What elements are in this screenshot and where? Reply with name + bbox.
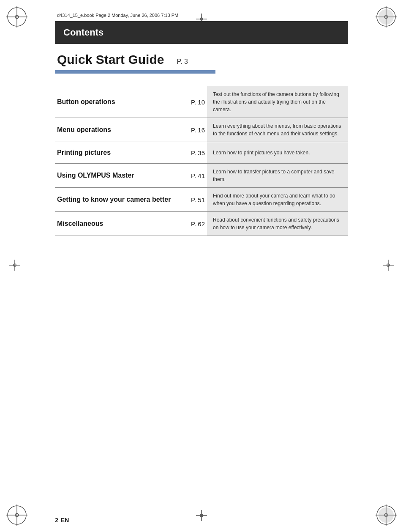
toc-row-printing-pictures: Printing pictures P. 35 Learn how to pri… [55, 142, 348, 164]
toc-title-3: Using OLYMPUS Master [57, 172, 180, 179]
corner-mark-tl [4, 4, 30, 30]
page-num-value: 2 [55, 517, 58, 524]
toc-row-button-operations: Button operations P. 10 Test out the fun… [55, 86, 348, 118]
toc-page-2: P. 35 [184, 149, 205, 156]
toc-desc-5: Read about convenient functions and safe… [207, 212, 348, 236]
file-info: d4314_15_e.book Page 2 Monday, June 26, … [55, 13, 348, 18]
toc-row-menu-operations: Menu operations P. 16 Learn everything a… [55, 118, 348, 142]
toc-row-getting-to-know: Getting to know your camera better P. 51… [55, 188, 348, 212]
toc-desc-2: Learn how to print pictures you have tak… [207, 142, 348, 163]
toc-row-miscellaneous: Miscellaneous P. 62 Read about convenien… [55, 212, 348, 236]
svg-point-17 [378, 507, 394, 523]
toc-title-0: Button operations [57, 98, 180, 106]
contents-title: Contents [63, 27, 340, 38]
toc-entries: Button operations P. 10 Test out the fun… [55, 86, 348, 236]
toc-left-miscellaneous: Miscellaneous P. 62 [55, 212, 207, 236]
toc-row-olympus-master: Using OLYMPUS Master P. 41 Learn how to … [55, 164, 348, 188]
toc-page-5: P. 62 [184, 220, 205, 228]
toc-title-1: Menu operations [57, 126, 180, 134]
quick-start-page: P. 3 [177, 58, 188, 66]
toc-page-4: P. 51 [184, 196, 205, 203]
right-center-mark [382, 259, 395, 273]
page-num-suffix: EN [61, 517, 69, 524]
quick-start-divider [55, 70, 215, 74]
toc-desc-4: Find out more about your camera and lear… [207, 188, 348, 211]
toc-title-2: Printing pictures [57, 149, 180, 156]
corner-mark-br [373, 502, 399, 528]
page-number: 2 EN [55, 517, 69, 524]
toc-title-5: Miscellaneous [57, 220, 180, 228]
toc-left-menu-operations: Menu operations P. 16 [55, 118, 207, 142]
toc-desc-1: Learn everything about the menus, from b… [207, 118, 348, 142]
toc-left-printing-pictures: Printing pictures P. 35 [55, 142, 207, 163]
corner-mark-bl [4, 502, 30, 528]
left-center-mark [8, 259, 21, 273]
quick-start-section: Quick Start Guide P. 3 [55, 52, 348, 67]
quick-start-title: Quick Start Guide [57, 52, 164, 67]
toc-page-1: P. 16 [184, 126, 205, 134]
toc-left-olympus-master: Using OLYMPUS Master P. 41 [55, 164, 207, 187]
contents-header: Contents [55, 21, 348, 44]
toc-title-4: Getting to know your camera better [57, 196, 180, 203]
toc-page-0: P. 10 [184, 99, 205, 106]
toc-desc-0: Test out the functions of the camera but… [207, 86, 348, 118]
corner-mark-tr [373, 4, 399, 30]
toc-page-3: P. 41 [184, 172, 205, 179]
svg-point-8 [378, 9, 394, 25]
toc-left-getting-to-know: Getting to know your camera better P. 51 [55, 188, 207, 211]
bottom-center-mark [195, 509, 208, 524]
toc-desc-3: Learn how to transfer pictures to a comp… [207, 164, 348, 187]
toc-left-button-operations: Button operations P. 10 [55, 86, 207, 118]
